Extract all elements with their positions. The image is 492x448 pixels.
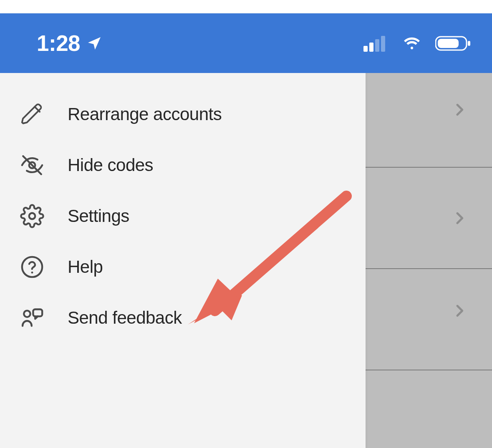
chevron-right-icon bbox=[451, 302, 468, 319]
list-item[interactable] bbox=[366, 269, 492, 370]
status-bar-left: 1:28 bbox=[37, 30, 103, 56]
wifi-icon bbox=[400, 35, 424, 52]
menu-item-label: Send feedback bbox=[68, 308, 182, 328]
side-drawer: Rearrange accounts Hide codes Settings bbox=[0, 13, 366, 448]
svg-rect-6 bbox=[375, 39, 379, 52]
svg-point-17 bbox=[24, 311, 30, 317]
svg-rect-7 bbox=[381, 36, 385, 52]
menu-item-send-feedback[interactable]: Send feedback bbox=[0, 292, 366, 343]
status-time: 1:28 bbox=[37, 30, 80, 56]
list-item[interactable] bbox=[366, 66, 492, 168]
menu-item-label: Settings bbox=[68, 206, 129, 226]
chevron-right-icon bbox=[451, 210, 468, 227]
menu-item-help[interactable]: Help bbox=[0, 242, 366, 292]
menu-item-hide-codes[interactable]: Hide codes bbox=[0, 140, 366, 191]
menu-item-settings[interactable]: Settings bbox=[0, 191, 366, 242]
pencil-icon bbox=[20, 102, 44, 126]
cellular-signal-icon bbox=[363, 35, 389, 52]
svg-point-14 bbox=[29, 213, 35, 219]
list-item[interactable] bbox=[366, 370, 492, 448]
feedback-icon bbox=[20, 306, 44, 330]
svg-rect-10 bbox=[468, 41, 470, 46]
gear-icon bbox=[20, 204, 44, 228]
svg-line-11 bbox=[35, 107, 40, 112]
accounts-list bbox=[366, 66, 492, 448]
battery-icon bbox=[435, 35, 471, 52]
svg-point-16 bbox=[31, 272, 33, 274]
svg-point-15 bbox=[22, 257, 42, 277]
eye-off-icon bbox=[20, 153, 44, 177]
status-bar-right bbox=[363, 35, 471, 52]
menu-item-label: Help bbox=[68, 257, 103, 277]
svg-rect-5 bbox=[369, 43, 373, 52]
location-arrow-icon bbox=[86, 35, 103, 52]
svg-rect-18 bbox=[33, 309, 42, 316]
status-bar: 1:28 bbox=[0, 13, 492, 73]
main-screen-behind-drawer bbox=[366, 13, 492, 448]
svg-rect-4 bbox=[363, 46, 368, 52]
menu-item-rearrange-accounts[interactable]: Rearrange accounts bbox=[0, 89, 366, 140]
drawer-menu: Rearrange accounts Hide codes Settings bbox=[0, 73, 366, 448]
document-margin bbox=[0, 0, 492, 13]
list-item[interactable] bbox=[366, 168, 492, 269]
chevron-right-icon bbox=[451, 101, 468, 118]
help-circle-icon bbox=[20, 255, 44, 279]
menu-item-label: Hide codes bbox=[68, 155, 153, 175]
menu-item-label: Rearrange accounts bbox=[68, 104, 222, 124]
svg-rect-9 bbox=[438, 39, 459, 48]
